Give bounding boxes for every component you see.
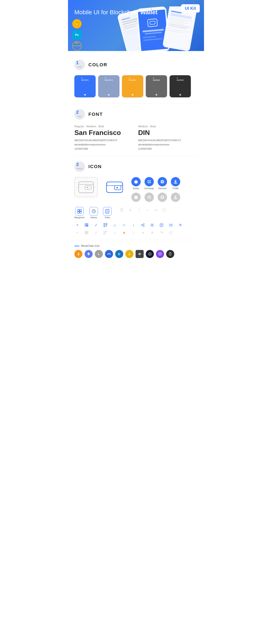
svg-line-84 [142, 225, 144, 226]
sf-lowercase: abcdefghijklmnopqrstuvwxyz [74, 142, 134, 147]
font-san-francisco: Regular · Medium · Bold San Francisco AB… [74, 125, 134, 151]
sf-numbers: 1234567890 [74, 147, 134, 151]
svg-text:Z: Z [128, 252, 130, 256]
svg-point-81 [141, 225, 142, 226]
svg-rect-58 [78, 212, 79, 213]
discover-label: Discover [158, 187, 166, 190]
discover-icon-circle-gray [158, 192, 167, 202]
svg-point-101 [140, 253, 141, 254]
font-title: FONT [88, 112, 103, 117]
sf-style-label: Regular · Medium · Bold [74, 125, 134, 128]
utility-icons-blue-row: + ✓ ⌕ ☆ ‹ ✕ [74, 222, 198, 228]
eth-icon [84, 250, 93, 258]
swatch-blue: #3574FA [74, 75, 96, 97]
profile-icon-circle [171, 177, 180, 186]
crypto-icons-row: ₿ Ł D Z [74, 250, 198, 258]
swatch-color-blue: #3574FA [74, 75, 96, 92]
svg-point-80 [144, 224, 144, 224]
svg-line-83 [142, 224, 144, 225]
star-icon: ☆ [121, 222, 127, 228]
divider-1 [74, 104, 198, 104]
sf-name: San Francisco [74, 129, 134, 137]
swatch-dot-grayblue [98, 92, 120, 97]
sf-uppercase: ABCDEFGHIJKLMNOPQRSTUVWXYZ [74, 138, 134, 142]
separator-1 [74, 240, 198, 240]
svg-rect-68 [85, 225, 86, 226]
assets-icon-circle-gray [131, 192, 141, 202]
svg-rect-62 [106, 209, 109, 213]
discover-icon-circle [158, 177, 167, 186]
blockchain-label: BlockChain Icon [74, 244, 198, 248]
utility-icons-gray-row: + ✓ ⌕ ★ ‹ ✕ ↷ ⓘ [74, 230, 198, 236]
svg-text:D: D [118, 252, 120, 256]
svg-rect-89 [85, 233, 86, 234]
swatch-dark: #303030 [170, 75, 191, 97]
svg-rect-57 [80, 209, 82, 211]
sketch-badge [72, 19, 82, 28]
tool-badges: Ps 60+Screens [72, 19, 82, 50]
ui-kit-badge: UI Kit [181, 4, 200, 12]
qr-icon [102, 222, 108, 228]
tab-profile-blue: Profile [171, 177, 180, 190]
icon-title: ICON [88, 164, 102, 170]
assets-icon-circle [131, 177, 141, 186]
history-label: History [90, 216, 97, 219]
settings-icon [149, 222, 155, 228]
assets-label: Assets [133, 187, 139, 190]
font-din: Medium · Bold DIN ABCDEFGHIJKLMNOPQRSTUV… [138, 125, 198, 151]
stack-icon: ≡ [127, 207, 133, 213]
svg-marker-48 [134, 180, 138, 184]
din-lowercase: abcdefghijklmnopqrstuvwxyz [138, 142, 198, 147]
circle-icon: ○ [144, 207, 150, 213]
svg-rect-59 [80, 212, 82, 213]
grid-gray-icon [84, 230, 90, 236]
icon-main-row: Assets Exchange Discover [74, 177, 198, 202]
ps-badge: Ps [72, 30, 82, 40]
svg-point-100 [138, 253, 140, 254]
qr-gray-icon [102, 230, 108, 236]
main-content: 1 ONE COLOR #3574FA #8DA0C8 #F5A623 #666… [68, 51, 204, 271]
history-icon-item: History [90, 207, 98, 219]
color-title: COLOR [88, 62, 107, 68]
matic-icon [156, 250, 164, 258]
din-uppercase: ABCDEFGHIJKLMNOPQRSTUVWXYZ [138, 138, 198, 142]
wallet-icon-filled [103, 177, 126, 197]
color-swatches: #3574FA #8DA0C8 #F5A623 #666666 #303030 [74, 75, 198, 97]
dash-icon: D [115, 250, 123, 258]
zcash-icon: Z [126, 250, 134, 258]
svg-point-55 [175, 196, 176, 198]
exchange-icon-circle [144, 177, 154, 186]
svg-text:Ł: Ł [98, 252, 100, 256]
check-icon: ✓ [93, 222, 99, 228]
dot-icon [166, 250, 174, 258]
tab-profile-gray [171, 192, 180, 202]
svg-point-50 [162, 181, 163, 182]
search-icon: ⌕ [112, 222, 118, 228]
tab-exchange-gray [144, 192, 154, 202]
utility-icons-section: + ✓ ⌕ ☆ ‹ ✕ [74, 222, 198, 236]
swatch-dot-orange [122, 92, 143, 97]
svg-rect-76 [104, 226, 104, 226]
back-gray-icon: ‹ [130, 230, 136, 236]
management-icon [75, 207, 84, 216]
tab-assets-blue: Assets [131, 177, 141, 190]
bottom-spacer [74, 258, 198, 264]
wallet-filled-svg [106, 180, 123, 194]
blockchain-text: BlockChain Icon [81, 244, 100, 248]
svg-rect-87 [85, 231, 86, 232]
section-number-3: 3 THREE [74, 161, 85, 172]
grid-edit-icon [84, 222, 90, 228]
wallet-icon-guide [74, 177, 98, 197]
swap-icon [168, 222, 174, 228]
cardano-icon [146, 250, 154, 258]
divider-2 [74, 156, 198, 156]
exchange-icon-circle-gray [144, 192, 154, 202]
tab-discover-gray [158, 192, 167, 202]
share-gray-icon [140, 230, 146, 236]
tab-exchange-blue: Exchange [144, 177, 154, 190]
swatch-color-grayblue: #8DA0C8 [98, 75, 120, 92]
management-icon-item: Mangment [74, 207, 84, 219]
swatch-gray: #666666 [146, 75, 167, 97]
svg-marker-52 [134, 196, 138, 199]
svg-rect-92 [106, 231, 107, 232]
